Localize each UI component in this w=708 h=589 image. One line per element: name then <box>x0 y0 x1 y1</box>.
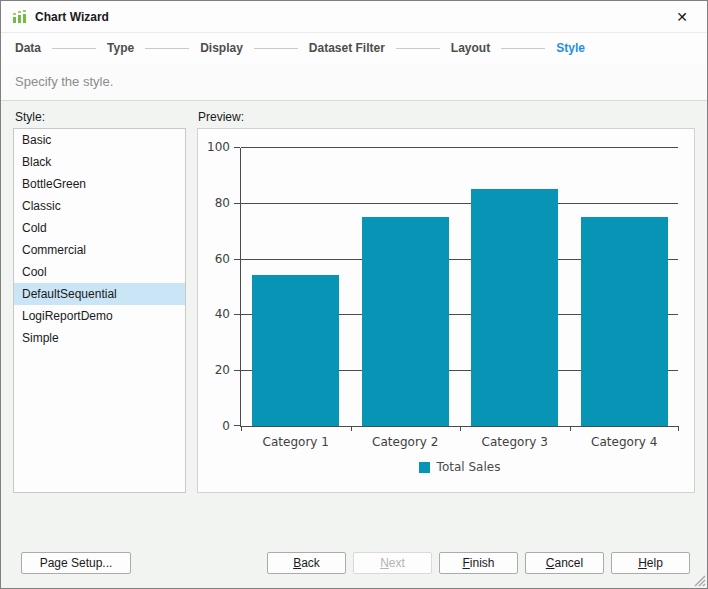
x-axis-tick <box>351 426 352 431</box>
style-list: BasicBlackBottleGreenClassicColdCommerci… <box>13 128 186 493</box>
gridline-y80 <box>241 203 678 204</box>
page-setup-button[interactable]: Page Setup... <box>21 552 131 574</box>
y-axis-tick <box>234 147 240 148</box>
titlebar: Chart Wizard ✕ <box>1 1 707 33</box>
style-list-item-simple[interactable]: Simple <box>14 327 185 349</box>
wizard-step-data[interactable]: Data <box>15 41 41 55</box>
x-axis-label-category-1: Category 1 <box>241 435 351 449</box>
chart-wizard-icon <box>11 9 27 25</box>
style-list-item-defaultsequential[interactable]: DefaultSequential <box>14 283 185 305</box>
next-button[interactable]: Next <box>353 552 432 574</box>
x-axis-tick <box>570 426 571 431</box>
x-axis-tick <box>678 426 679 431</box>
y-axis-tick <box>234 314 240 315</box>
content-area: Style: Preview: BasicBlackBottleGreenCla… <box>1 102 707 588</box>
bar-category-4 <box>581 217 668 426</box>
x-axis-tick <box>241 426 242 431</box>
resize-grip-icon[interactable] <box>692 573 706 587</box>
style-list-label: Style: <box>15 110 45 124</box>
legend-label: Total Sales <box>437 460 501 474</box>
x-axis-label-category-3: Category 3 <box>460 435 570 449</box>
y-axis-label-100: 100 <box>190 139 230 155</box>
style-list-item-cold[interactable]: Cold <box>14 217 185 239</box>
step-connector-line <box>145 48 189 49</box>
finish-button[interactable]: Finish <box>439 552 518 574</box>
y-axis-tick <box>234 425 240 426</box>
x-axis-label-category-4: Category 4 <box>570 435 680 449</box>
wizard-step-type[interactable]: Type <box>107 41 134 55</box>
cancel-button[interactable]: Cancel <box>525 552 604 574</box>
bar-category-1 <box>252 275 339 426</box>
chart-legend: Total Sales <box>241 460 678 474</box>
legend-swatch-icon <box>419 462 430 473</box>
preview-label: Preview: <box>198 110 244 124</box>
bar-category-2 <box>362 217 449 426</box>
style-list-item-bottlegreen[interactable]: BottleGreen <box>14 173 185 195</box>
style-list-item-basic[interactable]: Basic <box>14 129 185 151</box>
wizard-step-dataset-filter[interactable]: Dataset Filter <box>309 41 385 55</box>
style-list-item-black[interactable]: Black <box>14 151 185 173</box>
step-connector-line <box>396 48 440 49</box>
y-axis-label-20: 20 <box>190 362 230 378</box>
footer-button-row: BackNextFinishCancelHelp <box>267 552 690 574</box>
style-list-item-commercial[interactable]: Commercial <box>14 239 185 261</box>
bar-category-3 <box>471 189 558 426</box>
y-axis-label-60: 60 <box>190 251 230 267</box>
step-description: Specify the style. <box>15 74 113 89</box>
style-list-item-classic[interactable]: Classic <box>14 195 185 217</box>
wizard-steps: DataTypeDisplayDataset FilterLayoutStyle <box>1 33 707 63</box>
chart-preview: 020406080100Category 1Category 2Category… <box>197 128 695 493</box>
back-button[interactable]: Back <box>267 552 346 574</box>
x-axis-tick <box>460 426 461 431</box>
style-list-item-logireportdemo[interactable]: LogiReportDemo <box>14 305 185 327</box>
style-list-item-cool[interactable]: Cool <box>14 261 185 283</box>
y-axis-tick <box>234 370 240 371</box>
y-axis-tick <box>234 203 240 204</box>
close-button[interactable]: ✕ <box>667 4 697 30</box>
gridline-y100 <box>241 147 678 148</box>
y-axis-label-80: 80 <box>190 195 230 211</box>
window-title: Chart Wizard <box>35 10 109 24</box>
step-connector-line <box>254 48 298 49</box>
wizard-step-style[interactable]: Style <box>556 41 585 55</box>
wizard-step-layout[interactable]: Layout <box>451 41 490 55</box>
help-button[interactable]: Help <box>611 552 690 574</box>
y-axis-tick <box>234 259 240 260</box>
step-connector-line <box>501 48 545 49</box>
chart-plot: 020406080100Category 1Category 2Category… <box>240 148 678 427</box>
y-axis-label-0: 0 <box>190 418 230 434</box>
chart-wizard-dialog: Chart Wizard ✕ DataTypeDisplayDataset Fi… <box>0 0 708 589</box>
x-axis-label-category-2: Category 2 <box>351 435 461 449</box>
step-connector-line <box>52 48 96 49</box>
wizard-step-display[interactable]: Display <box>200 41 243 55</box>
subtitle-band: Specify the style. <box>1 63 707 101</box>
y-axis-label-40: 40 <box>190 306 230 322</box>
